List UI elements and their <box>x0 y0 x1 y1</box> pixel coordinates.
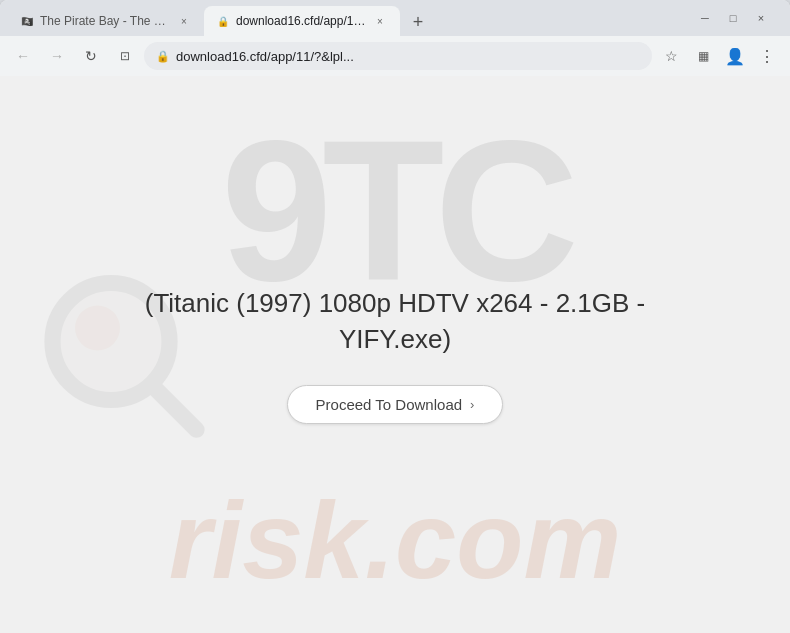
file-title: (Titanic (1997) 1080p HDTV x264 - 2.1GB … <box>95 285 695 358</box>
reload-icon: ↻ <box>85 48 97 64</box>
tab-2[interactable]: 🔒 download16.cfd/app/11/?&lpl... × <box>204 6 400 36</box>
toolbar-icons: ☆ ▦ 👤 ⋮ <box>656 41 782 71</box>
title-bar: 🏴‍☠️ The Pirate Bay - The galaxy's m... … <box>0 0 790 36</box>
bookmark-button[interactable]: ☆ <box>656 41 686 71</box>
profile-button[interactable]: 👤 <box>720 41 750 71</box>
profile-icon: 👤 <box>725 47 745 66</box>
new-tab-button[interactable]: + <box>404 8 432 36</box>
forward-icon: → <box>50 48 64 64</box>
tab-1-close[interactable]: × <box>176 13 192 29</box>
extensions-button[interactable]: ▦ <box>688 41 718 71</box>
page-center: (Titanic (1997) 1080p HDTV x264 - 2.1GB … <box>95 285 695 425</box>
reload-button[interactable]: ↻ <box>76 41 106 71</box>
forward-button[interactable]: → <box>42 41 72 71</box>
close-button[interactable]: × <box>748 5 774 31</box>
bookmark-icon: ☆ <box>665 48 678 64</box>
address-text: download16.cfd/app/11/?&lpl... <box>176 49 640 64</box>
tabs-bar: 🏴‍☠️ The Pirate Bay - The galaxy's m... … <box>8 0 692 36</box>
menu-icon: ⋮ <box>759 47 775 66</box>
extensions-icon: ▦ <box>698 49 709 63</box>
download-button-label: Proceed To Download <box>316 396 462 413</box>
menu-button[interactable]: ⋮ <box>752 41 782 71</box>
maximize-button[interactable]: □ <box>720 5 746 31</box>
tab-1-title: The Pirate Bay - The galaxy's m... <box>40 14 170 28</box>
watermark-risk: risk.com <box>169 476 621 603</box>
address-bar[interactable]: 🔒 download16.cfd/app/11/?&lpl... <box>144 42 652 70</box>
toolbar: ← → ↻ ⊡ 🔒 download16.cfd/app/11/?&lpl...… <box>0 36 790 76</box>
lock-icon: 🔒 <box>156 50 170 63</box>
browser-window: 🏴‍☠️ The Pirate Bay - The galaxy's m... … <box>0 0 790 633</box>
proceed-to-download-button[interactable]: Proceed To Download › <box>287 385 504 424</box>
window-controls: ─ □ × <box>692 5 774 31</box>
tab-2-close[interactable]: × <box>372 13 388 29</box>
back-icon: ← <box>16 48 30 64</box>
minimize-button[interactable]: ─ <box>692 5 718 31</box>
tab-2-favicon: 🔒 <box>216 14 230 28</box>
tab-1-favicon: 🏴‍☠️ <box>20 14 34 28</box>
cast-icon: ⊡ <box>120 49 130 63</box>
cast-button[interactable]: ⊡ <box>110 41 140 71</box>
tab-2-title: download16.cfd/app/11/?&lpl... <box>236 14 366 28</box>
tab-1[interactable]: 🏴‍☠️ The Pirate Bay - The galaxy's m... … <box>8 6 204 36</box>
back-button[interactable]: ← <box>8 41 38 71</box>
chevron-right-icon: › <box>470 397 474 412</box>
page-content: 9TC risk.com (Titanic (1997) 1080p HDTV … <box>0 76 790 633</box>
